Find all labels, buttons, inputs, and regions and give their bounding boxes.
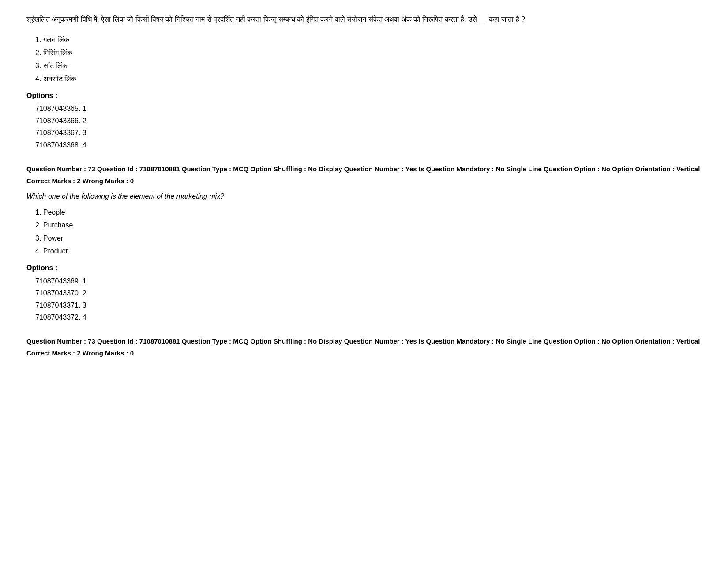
hindi-question-block: श्रृंखलित अनुक्रमणी विधि में, ऐसा लिंक ज… bbox=[26, 13, 702, 151]
hindi-option-id-1: 71087043365. 1 bbox=[35, 103, 702, 114]
option-ids-1: 71087043369. 1 71087043370. 2 7108704337… bbox=[35, 276, 702, 323]
option-1-1: 1. People bbox=[35, 207, 702, 218]
question-text-1: Which one of the following is the elemen… bbox=[26, 191, 702, 202]
question-meta-1: Question Number : 73 Question Id : 71087… bbox=[26, 164, 702, 174]
question-73-block-2: Question Number : 73 Question Id : 71087… bbox=[26, 336, 702, 359]
hindi-option-id-4: 71087043368. 4 bbox=[35, 140, 702, 151]
hindi-option-id-2: 71087043366. 2 bbox=[35, 115, 702, 127]
hindi-options-label: Options : bbox=[26, 90, 702, 102]
hindi-question-text: श्रृंखलित अनुक्रमणी विधि में, ऐसा लिंक ज… bbox=[26, 13, 702, 25]
hindi-option-3: 3. सॉट लिंक bbox=[35, 60, 702, 72]
hindi-option-4: 4. अनसॉट लिंक bbox=[35, 73, 702, 85]
option-1-4: 4. Product bbox=[35, 246, 702, 257]
options-list-1: 1. People 2. Purchase 3. Power 4. Produc… bbox=[35, 207, 702, 257]
hindi-option-ids: 71087043365. 1 71087043366. 2 7108704336… bbox=[35, 103, 702, 151]
option-id-1-3: 71087043371. 3 bbox=[35, 300, 702, 311]
question-73-block-1: Question Number : 73 Question Id : 71087… bbox=[26, 164, 702, 323]
options-label-1: Options : bbox=[26, 262, 702, 274]
hindi-options-list: 1. गलत लिंक 2. मिसिंग लिंक 3. सॉट लिंक 4… bbox=[35, 34, 702, 84]
option-id-1-4: 71087043372. 4 bbox=[35, 312, 702, 323]
question-meta-2: Question Number : 73 Question Id : 71087… bbox=[26, 336, 702, 347]
correct-marks-1: Correct Marks : 2 Wrong Marks : 0 bbox=[26, 176, 702, 186]
correct-marks-2: Correct Marks : 2 Wrong Marks : 0 bbox=[26, 348, 702, 359]
hindi-option-1: 1. गलत लिंक bbox=[35, 34, 702, 45]
option-1-2: 2. Purchase bbox=[35, 219, 702, 231]
option-id-1-1: 71087043369. 1 bbox=[35, 276, 702, 287]
hindi-option-id-3: 71087043367. 3 bbox=[35, 127, 702, 139]
hindi-option-2: 2. मिसिंग लिंक bbox=[35, 47, 702, 59]
option-id-1-2: 71087043370. 2 bbox=[35, 287, 702, 299]
option-1-3: 3. Power bbox=[35, 233, 702, 244]
